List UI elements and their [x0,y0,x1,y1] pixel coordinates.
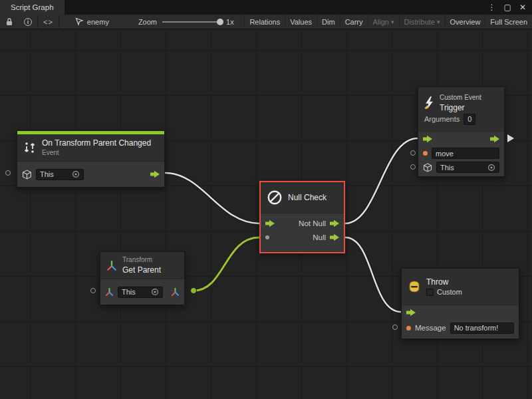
node-title: Throw [426,277,462,287]
null-check-icon [267,190,283,205]
values-button[interactable]: Values [285,15,317,29]
null-out-port[interactable] [330,233,339,241]
info-icon: i [24,18,32,26]
graph-toolbar: i <> enemy Zoom 1x Relations Values Dim … [0,15,532,29]
not-null-label: Not Null [299,219,326,227]
chevron-down-icon: ▾ [391,19,394,25]
transform-parent-changed-icon [23,142,37,154]
close-icon[interactable]: ✕ [519,3,526,12]
node-subtitle: Event [42,149,151,157]
getparent-left-port[interactable] [90,288,96,293]
align-button: Align▾ [368,15,399,29]
event-name-port[interactable] [423,151,428,156]
zoom-label: Zoom [138,18,157,26]
play-marker-icon [507,134,515,143]
message-port[interactable] [406,326,411,331]
graph-cursor-icon [75,17,84,26]
event-name-field[interactable]: move [432,148,499,159]
flow-in-port[interactable] [423,135,432,143]
null-label: Null [313,233,326,241]
custom-checkbox[interactable] [426,289,434,296]
wire-null-to-throw[interactable] [345,237,401,312]
object-picker-icon [72,170,80,178]
unity-visual-scripting-window: Script Graph ⋮ ▢ ✕ i <> enemy Zoom [0,0,532,399]
tab-script-graph[interactable]: Script Graph [0,0,65,15]
flow-in-port[interactable] [406,309,416,317]
window-controls: ⋮ ▢ ✕ [488,0,532,15]
custom-label: Custom [437,288,462,296]
target-dropdown[interactable]: This [436,162,499,173]
node-title: Trigger [440,103,481,112]
more-menu-icon[interactable]: ⋮ [488,3,496,12]
transform-out-port[interactable] [171,288,180,296]
cube-icon [423,163,432,172]
chevron-down-icon: ▾ [437,19,440,25]
node-throw[interactable]: Throw Custom Message No transform! [401,268,519,339]
flow-in-port[interactable] [265,219,275,227]
target-dropdown[interactable]: This [36,169,84,180]
lightning-icon [424,96,434,109]
graph-name-label: enemy [87,18,109,26]
node-trigger-custom-event[interactable]: Custom Event Trigger Arguments 0 [418,86,505,177]
not-null-out-port[interactable] [330,219,339,227]
carry-button[interactable]: Carry [340,15,368,29]
throw-exception-icon [408,281,421,293]
zoom-slider-knob[interactable] [217,19,223,25]
object-picker-icon [487,164,495,172]
fullscreen-button[interactable]: Full Screen [485,15,532,29]
tab-bar: Script Graph ⋮ ▢ ✕ [0,0,532,15]
transform-icon [106,261,117,271]
node-title: Get Parent [122,265,161,275]
event-left-port[interactable] [5,170,11,176]
cube-icon [22,170,32,180]
throw-message-left-port[interactable] [392,325,398,330]
lock-button[interactable] [0,15,19,29]
code-icon: <> [43,18,53,26]
lock-icon [5,17,13,26]
trigger-name-left-port[interactable] [410,150,416,156]
overview-button[interactable]: Overview [445,15,485,29]
node-category: Transform [122,256,161,264]
message-label: Message [415,324,446,332]
wire-start-dot[interactable] [191,288,197,294]
node-category: Custom Event [440,94,481,102]
node-on-transform-parent-changed[interactable]: On Transform Parent Changed Event This [17,130,165,188]
code-view-button[interactable]: <> [38,15,59,29]
null-value-in-port[interactable] [265,235,269,239]
graph-canvas[interactable]: On Transform Parent Changed Event This [0,29,532,399]
zoom-slider[interactable] [162,21,221,23]
toolbar-separator [59,15,59,29]
object-picker-icon [151,288,159,296]
message-field[interactable]: No transform! [450,323,514,334]
tab-label: Script Graph [11,3,54,11]
dim-button[interactable]: Dim [317,15,340,29]
arguments-label: Arguments [424,115,460,123]
zoom-control: Zoom 1x [138,18,234,26]
flow-out-port[interactable] [490,135,499,143]
relations-button[interactable]: Relations [244,15,285,29]
toolbar-buttons: Relations Values Dim Carry Align▾ Distri… [244,15,532,29]
node-title: On Transform Parent Changed [42,138,151,148]
trigger-target-left-port[interactable] [410,164,416,170]
wire-notnull-to-trigger[interactable] [345,138,418,223]
node-title: Null Check [288,193,327,202]
graph-breadcrumb[interactable]: enemy [68,17,116,26]
flow-out-port[interactable] [150,170,160,178]
wire-event-to-nullcheck[interactable] [165,173,259,223]
distribute-button: Distribute▾ [399,15,445,29]
transform-in-icon[interactable] [105,288,114,296]
maximize-icon[interactable]: ▢ [504,3,511,12]
node-get-parent[interactable]: Transform Get Parent This [100,251,185,305]
arguments-field[interactable]: 0 [464,114,475,125]
wire-getparent-to-nullcheck[interactable] [191,237,260,294]
node-null-check[interactable]: Null Check Not Null Null [259,181,345,253]
zoom-value: 1x [226,18,234,26]
target-dropdown[interactable]: This [118,287,163,298]
info-button[interactable]: i [19,15,37,29]
